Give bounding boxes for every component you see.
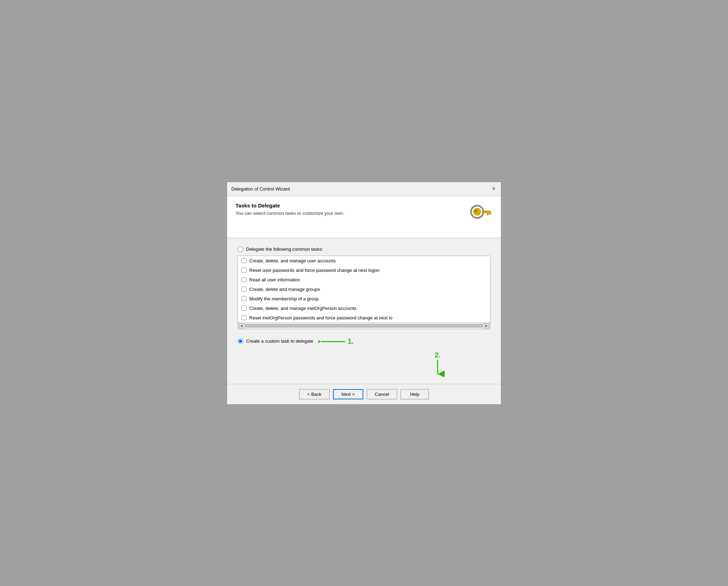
- arrow-2-icon: [431, 359, 445, 377]
- next-button[interactable]: Next >: [333, 389, 363, 399]
- arrow-1-icon: [318, 337, 346, 347]
- custom-task-row: Create a custom task to delegate 1.: [238, 336, 490, 348]
- task-label-5: Modify the membership of a group: [249, 296, 319, 301]
- annotation-1-label: 1.: [348, 337, 354, 345]
- annotation-2-label: 2.: [435, 351, 441, 359]
- radio-common-label: Delegate the following common tasks:: [246, 247, 323, 252]
- task-label-4: Create, delete and manage groups: [249, 287, 320, 292]
- task-checkbox-1[interactable]: [241, 258, 246, 263]
- radio-custom-label: Create a custom task to delegate: [246, 338, 313, 344]
- list-item[interactable]: Read all user information: [238, 275, 490, 285]
- task-checkbox-2[interactable]: [241, 268, 246, 273]
- radio-custom-input[interactable]: [238, 338, 243, 344]
- help-button[interactable]: Help: [401, 389, 429, 399]
- task-checkbox-4[interactable]: [241, 287, 246, 292]
- footer-section: < Back Next > Cancel Help: [227, 384, 501, 404]
- task-checkbox-6[interactable]: [241, 306, 246, 311]
- header-title: Tasks to Delegate: [236, 202, 344, 208]
- task-label-6: Create, delete, and manage inetOrgPerson…: [249, 306, 356, 311]
- scroll-track[interactable]: [245, 324, 483, 328]
- radio-common-tasks[interactable]: Delegate the following common tasks:: [238, 247, 490, 252]
- title-bar: Delegation of Control Wizard ×: [227, 182, 501, 196]
- list-item[interactable]: Create, delete and manage groups: [238, 285, 490, 294]
- svg-point-5: [475, 210, 477, 212]
- cancel-button[interactable]: Cancel: [367, 389, 397, 399]
- dialog-title: Delegation of Control Wizard: [231, 186, 290, 192]
- task-label-7: Reset inetOrgPerson passwords and force …: [249, 315, 393, 320]
- list-item[interactable]: Reset inetOrgPerson passwords and force …: [238, 313, 490, 323]
- header-section: Tasks to Delegate You can select common …: [227, 196, 501, 238]
- close-button[interactable]: ×: [491, 186, 497, 192]
- task-label-2: Reset user passwords and force password …: [249, 268, 379, 273]
- list-item[interactable]: Modify the membership of a group: [238, 294, 490, 304]
- task-checkbox-7[interactable]: [241, 315, 246, 320]
- task-list-container: Create, delete, and manage user accounts…: [238, 256, 490, 329]
- svg-rect-3: [487, 213, 488, 215]
- task-checkbox-5[interactable]: [241, 296, 246, 301]
- task-checkbox-3[interactable]: [241, 277, 246, 282]
- header-text: Tasks to Delegate You can select common …: [236, 202, 344, 216]
- svg-rect-4: [489, 213, 491, 214]
- horizontal-scrollbar[interactable]: ◄ ►: [238, 323, 490, 329]
- task-list[interactable]: Create, delete, and manage user accounts…: [238, 256, 490, 323]
- scroll-left-button[interactable]: ◄: [239, 323, 244, 328]
- radio-custom-task[interactable]: Create a custom task to delegate: [238, 338, 313, 344]
- annotation-2-group: 2.: [238, 351, 490, 377]
- svg-point-1: [473, 208, 481, 215]
- annotation-1-group: 1.: [318, 337, 354, 347]
- key-icon: [468, 202, 492, 231]
- scroll-right-button[interactable]: ►: [484, 323, 489, 328]
- radio-common-input[interactable]: [238, 247, 243, 252]
- list-item[interactable]: Reset user passwords and force password …: [238, 266, 490, 275]
- back-button[interactable]: < Back: [299, 389, 330, 399]
- header-subtitle: You can select common tasks or customize…: [236, 211, 344, 216]
- annotation-2-inner: 2.: [431, 351, 445, 377]
- wizard-dialog: Delegation of Control Wizard × Tasks to …: [227, 182, 501, 405]
- content-area: Delegate the following common tasks: Cre…: [227, 238, 501, 384]
- list-item[interactable]: Create, delete, and manage inetOrgPerson…: [238, 304, 490, 313]
- task-label-3: Read all user information: [249, 277, 300, 282]
- list-item[interactable]: Create, delete, and manage user accounts: [238, 256, 490, 266]
- task-label-1: Create, delete, and manage user accounts: [249, 258, 336, 263]
